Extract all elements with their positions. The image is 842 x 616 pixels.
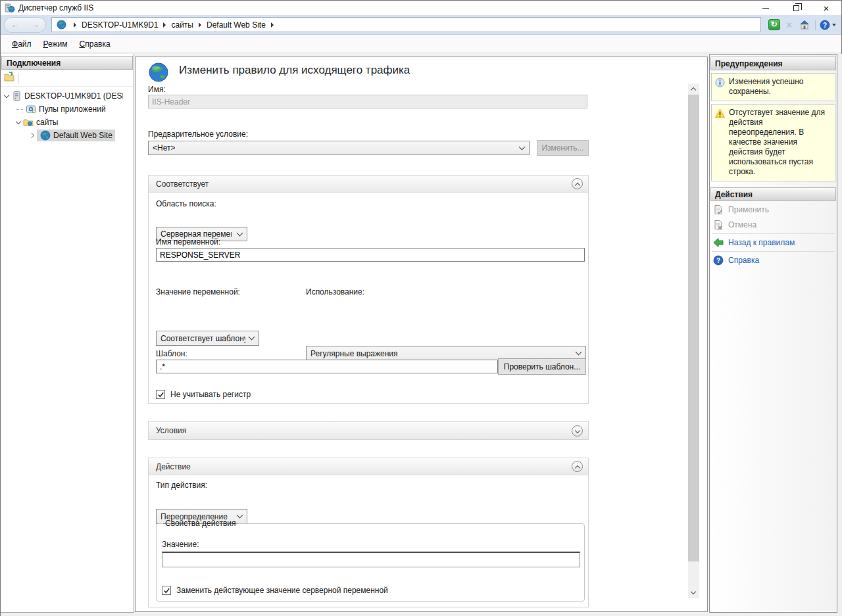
expand-chevron-icon[interactable]	[29, 133, 34, 138]
operation-value: Соответствует шаблону	[161, 334, 245, 343]
back-to-rules-label: Назад к правилам	[728, 238, 795, 247]
warning-alert: Отсутствует значение для действия переоп…	[711, 104, 835, 181]
tree-item-default-web-site[interactable]: Default Web Site	[1, 129, 134, 142]
save-connection-button[interactable]	[4, 72, 14, 84]
toolbar-divider	[18, 73, 19, 83]
action-section-header[interactable]: Действие	[149, 458, 588, 475]
stop-button: ×	[783, 19, 795, 31]
selected-tree-item[interactable]: Default Web Site	[37, 130, 115, 141]
tree-item-label: сайты	[36, 118, 59, 127]
tree-item-server[interactable]: DESKTOP-U1MK9D1 (DESKTOP	[1, 89, 134, 103]
breadcrumb-item-server[interactable]: DESKTOP-U1MK9D1	[82, 20, 158, 30]
back-nav-button[interactable]: ←	[11, 20, 19, 29]
chevron-down-icon	[691, 589, 696, 594]
help-action[interactable]: ? Справка	[710, 253, 837, 267]
action-section-title: Действие	[156, 462, 191, 471]
restart-button[interactable]: ↻	[768, 19, 780, 31]
value-label: Значение:	[162, 540, 199, 549]
expand-section-button[interactable]	[572, 425, 583, 437]
scroll-up-button[interactable]	[688, 83, 699, 95]
operation-select[interactable]: Соответствует шаблону	[156, 331, 259, 346]
help-circle-icon: ?	[713, 255, 724, 266]
app-pools-icon	[26, 104, 36, 114]
forward-nav-button[interactable]: →	[31, 20, 39, 29]
breadcrumb-item-default-web-site[interactable]: Default Web Site	[207, 20, 266, 30]
test-pattern-button[interactable]: Проверить шаблон...	[498, 358, 586, 375]
ignore-case-checkbox[interactable]	[156, 390, 165, 399]
tree-connector	[16, 109, 24, 110]
connections-toolbar	[1, 70, 134, 87]
window-controls: ×	[751, 1, 841, 15]
address-bar: ← → DESKTOP-U1MK9D1 сайты Default Web Si…	[1, 15, 841, 35]
restore-icon	[793, 5, 799, 11]
address-bar-tools: ↻ × ?	[765, 19, 836, 31]
close-button[interactable]: ×	[811, 1, 841, 15]
conditions-section-title: Условия	[156, 426, 186, 435]
help-button[interactable]: ?	[818, 19, 831, 31]
connections-tree: DESKTOP-U1MK9D1 (DESKTOP Пулы приложений…	[1, 87, 134, 142]
page-title: Изменить правило для исходящего трафика	[179, 64, 410, 77]
info-icon	[715, 78, 725, 87]
precondition-value: <Нет>	[153, 143, 175, 153]
warning-alert-text: Отсутствует значение для действия переоп…	[729, 108, 832, 177]
collapse-section-button[interactable]	[572, 178, 583, 189]
replace-value-checkbox[interactable]	[162, 586, 171, 595]
website-globe-icon	[40, 130, 51, 141]
scrollbar-thumb[interactable]	[688, 95, 699, 561]
stop-icon: ×	[786, 20, 791, 30]
tree-item-label: Пулы приложений	[39, 105, 106, 114]
action-properties-group: Свойства действия Значение: Заменить дей…	[156, 519, 585, 602]
help-dropdown-caret-icon[interactable]	[832, 24, 836, 26]
menu-bar: Файл Режим Справка	[1, 35, 841, 53]
actions-divider	[712, 233, 835, 234]
edit-outbound-rule-page: Изменить правило для исходящего трафика …	[135, 57, 708, 612]
collapse-section-button[interactable]	[572, 461, 583, 472]
match-section-title: Соответствует	[156, 179, 209, 189]
actions-divider	[712, 251, 835, 252]
replace-value-label: Заменить действующее значение серверной …	[176, 586, 388, 595]
operation-label: Значение переменной:	[156, 287, 240, 296]
restore-button[interactable]	[781, 1, 811, 15]
vertical-scrollbar[interactable]	[688, 83, 699, 598]
tree-item-label: Default Web Site	[53, 131, 112, 140]
tree-item-label: DESKTOP-U1MK9D1 (DESKTOP	[24, 91, 123, 101]
breadcrumb[interactable]: DESKTOP-U1MK9D1 сайты Default Web Site	[51, 17, 761, 32]
menu-help[interactable]: Справка	[74, 37, 116, 51]
warnings-header: Предупреждения	[710, 57, 836, 70]
variable-name-input[interactable]	[156, 248, 585, 262]
back-to-rules-action[interactable]: Назад к правилам	[710, 235, 837, 249]
pattern-input[interactable]	[156, 360, 498, 373]
toolbar-divider	[815, 20, 816, 30]
home-button[interactable]	[798, 19, 810, 31]
breadcrumb-separator-icon	[199, 22, 201, 28]
collapse-chevron-icon[interactable]	[16, 118, 21, 124]
restart-icon: ↻	[768, 19, 780, 30]
cancel-label: Отмена	[728, 220, 756, 229]
using-value: Регулярные выражения	[310, 349, 398, 358]
match-section: Соответствует Область поиска: Серверная …	[148, 175, 589, 404]
apply-icon	[713, 204, 724, 215]
warning-icon	[715, 108, 725, 118]
navigation-buttons: ← →	[4, 17, 46, 33]
page-globe-icon	[148, 62, 169, 83]
chevron-up-icon	[575, 465, 580, 471]
chevron-down-icon	[575, 427, 580, 433]
alerts-actions-panel: Предупреждения Изменения успешно сохране…	[709, 54, 837, 613]
name-label: Имя:	[148, 85, 166, 94]
conditions-section-header[interactable]: Условия	[149, 422, 588, 439]
menu-mode[interactable]: Режим	[37, 37, 74, 51]
tree-item-app-pools[interactable]: Пулы приложений	[1, 103, 134, 116]
scroll-down-button[interactable]	[688, 587, 699, 598]
tree-item-sites[interactable]: сайты	[1, 116, 134, 129]
collapse-chevron-icon[interactable]	[4, 92, 9, 97]
breadcrumb-item-sites[interactable]: сайты	[171, 20, 193, 30]
server-icon	[11, 91, 22, 101]
breadcrumb-separator-icon	[74, 22, 76, 28]
menu-file[interactable]: Файл	[6, 37, 37, 51]
value-input[interactable]	[162, 552, 580, 567]
chevron-up-icon	[575, 183, 580, 188]
precondition-select[interactable]: <Нет>	[148, 141, 530, 155]
match-section-header[interactable]: Соответствует	[149, 176, 588, 193]
info-alert-text: Изменения успешно сохранены.	[729, 77, 832, 97]
minimize-button[interactable]	[751, 1, 781, 15]
